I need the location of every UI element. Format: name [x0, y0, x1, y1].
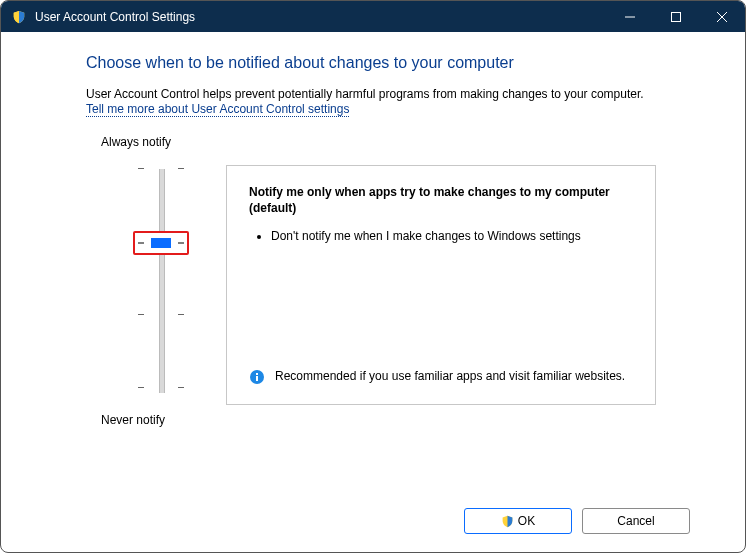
info-icon	[249, 369, 265, 388]
learn-more-link[interactable]: Tell me more about User Account Control …	[86, 102, 349, 117]
slider-highlight-annotation	[133, 231, 189, 255]
cancel-button-label: Cancel	[617, 514, 654, 528]
slider-column: Always notify Never notify	[86, 135, 221, 427]
minimize-button[interactable]	[607, 1, 653, 32]
shield-icon	[501, 515, 514, 528]
main-content: Always notify Never notify	[86, 135, 690, 427]
svg-rect-1	[672, 12, 681, 21]
slider-track	[159, 169, 165, 393]
svg-rect-6	[256, 373, 258, 375]
uac-settings-window: User Account Control Settings Choose whe…	[0, 0, 746, 553]
notification-detail-panel: Notify me only when apps try to make cha…	[226, 165, 656, 405]
notification-slider[interactable]	[116, 161, 206, 401]
maximize-button[interactable]	[653, 1, 699, 32]
dialog-footer: OK Cancel	[464, 508, 690, 534]
dialog-body: Choose when to be notified about changes…	[1, 32, 745, 427]
ok-button-label: OK	[518, 514, 535, 528]
svg-rect-5	[256, 376, 258, 381]
svg-line-2	[717, 12, 727, 22]
panel-bullet: Don't notify me when I make changes to W…	[271, 228, 633, 245]
panel-title: Notify me only when apps try to make cha…	[249, 184, 633, 216]
panel-bullet-list: Don't notify me when I make changes to W…	[249, 228, 633, 245]
svg-line-3	[717, 12, 727, 22]
page-heading: Choose when to be notified about changes…	[86, 54, 690, 72]
recommendation-row: Recommended if you use familiar apps and…	[249, 368, 633, 388]
recommendation-text: Recommended if you use familiar apps and…	[275, 368, 625, 385]
ok-button[interactable]: OK	[464, 508, 572, 534]
close-button[interactable]	[699, 1, 745, 32]
slider-bottom-label: Never notify	[101, 413, 221, 427]
titlebar: User Account Control Settings	[1, 1, 745, 32]
shield-icon	[11, 9, 27, 25]
window-title: User Account Control Settings	[35, 10, 195, 24]
slider-top-label: Always notify	[101, 135, 221, 149]
page-description: User Account Control helps prevent poten…	[86, 87, 690, 101]
cancel-button[interactable]: Cancel	[582, 508, 690, 534]
